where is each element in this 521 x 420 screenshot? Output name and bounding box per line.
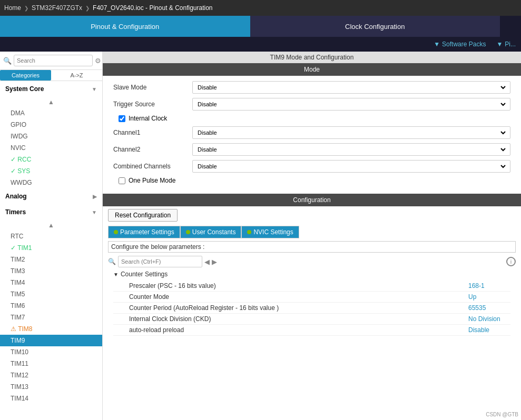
channel1-label: Channel1 [113,129,192,136]
category-timers[interactable]: Timers ▼ [0,204,102,220]
channel2-dropdown[interactable]: Disable [195,146,507,153]
config-section-title: Configuration [103,194,521,206]
slave-mode-dropdown[interactable]: Disable [195,84,507,91]
sidebar-item-tim4[interactable]: TIM4 [0,277,102,288]
counter-settings-header[interactable]: ▼ Counter Settings [113,271,510,278]
category-analog-label: Analog [5,193,27,200]
channel2-select[interactable]: Disable [192,143,510,156]
counter-param-value-4[interactable]: Disable [468,326,510,334]
channel1-select[interactable]: Disable [192,126,510,139]
tab-dot-nvic [247,230,251,234]
counter-param-label-4: auto-reload preload [129,326,468,334]
sidebar-item-tim3[interactable]: TIM3 [0,265,102,277]
counter-chevron-icon: ▼ [113,272,119,277]
slave-mode-label: Slave Mode [113,84,192,91]
sidebar: 🔍 ⚙ Categories A->Z System Core ▼ ▲ DMA … [0,52,103,420]
internal-clock-label: Internal Clock [129,115,167,122]
sidebar-item-tim10[interactable]: TIM10 [0,346,102,358]
tab-parameter-settings[interactable]: Parameter Settings [108,226,180,238]
counter-param-value-0[interactable]: 168-1 [468,282,510,289]
params-label: Configure the below parameters : [108,241,516,253]
channel1-row: Channel1 Disable [113,126,510,139]
tab-dot-user [186,230,190,234]
sidebar-item-nvic[interactable]: NVIC [0,142,102,154]
sidebar-item-tim1[interactable]: TIM1 [0,242,102,254]
sidebar-item-rtc[interactable]: RTC [0,231,102,242]
nav-next-icon[interactable]: ▶ [212,258,217,266]
channel2-label: Channel2 [113,146,192,153]
tab-nvic-settings[interactable]: NVIC Settings [241,226,299,238]
content-area: TIM9 Mode and Configuration Mode Slave M… [103,52,521,420]
channel1-dropdown[interactable]: Disable [195,129,507,136]
main-layout: 🔍 ⚙ Categories A->Z System Core ▼ ▲ DMA … [0,52,521,420]
tab-user-label: User Constants [192,228,236,236]
gear-icon[interactable]: ⚙ [95,57,101,65]
counter-param-label-1: Counter Mode [129,293,468,301]
config-tabs: Parameter Settings User Constants NVIC S… [108,226,516,238]
trigger-source-dropdown[interactable]: Disable [195,101,507,108]
sidebar-item-tim12[interactable]: TIM12 [0,369,102,381]
counter-param-label-0: Prescaler (PSC - 16 bits value) [129,282,468,289]
combined-channels-dropdown[interactable]: Disable [195,163,507,170]
category-system-core[interactable]: System Core ▼ [0,81,102,97]
sw-bar: ▼ Software Packs ▼ Pi... [0,37,521,52]
counter-param-value-1[interactable]: Up [468,293,510,301]
sidebar-item-tim2[interactable]: TIM2 [0,254,102,265]
param-search-row: 🔍 ◀ ▶ i [108,256,516,267]
category-analog[interactable]: Analog ▶ [0,188,102,204]
sidebar-item-sys[interactable]: SYS [0,165,102,177]
breadcrumb-file[interactable]: F407_OV2640.ioc - Pinout & Configuration [82,4,212,12]
sidebar-item-tim11[interactable]: TIM11 [0,358,102,369]
internal-clock-checkbox[interactable] [119,115,125,122]
sidebar-item-tim5[interactable]: TIM5 [0,288,102,300]
param-search-input[interactable] [118,256,202,267]
slave-mode-select[interactable]: Disable [192,81,510,94]
tab-clock[interactable]: Clock Configuration [250,16,500,37]
sidebar-item-tim9[interactable]: TIM9 [0,335,102,346]
breadcrumb-home[interactable]: Home [4,4,21,12]
counter-param-row-2: Counter Period (AutoReload Register - 16… [113,303,510,314]
sidebar-item-rcc[interactable]: RCC [0,154,102,165]
info-icon[interactable]: i [506,257,516,266]
chevron-right-icon: ▶ [93,194,97,199]
nav-prev-icon[interactable]: ◀ [204,258,210,266]
tab-user-constants[interactable]: User Constants [180,226,242,238]
scroll-up-timers[interactable]: ▲ [0,220,102,231]
sw-pi-btn[interactable]: ▼ Pi... [496,41,516,48]
counter-param-row-4: auto-reload preload Disable [113,325,510,336]
tab-pinout[interactable]: Pinout & Configuration [0,16,250,37]
tab-nvic-label: NVIC Settings [253,228,293,236]
scroll-up-system[interactable]: ▲ [0,97,102,107]
filter-tab-az[interactable]: A->Z [51,70,102,81]
counter-param-row-1: Counter Mode Up [113,292,510,303]
chevron-down-icon: ▼ [92,86,97,92]
filter-tab-categories[interactable]: Categories [0,70,51,81]
trigger-source-select[interactable]: Disable [192,98,510,111]
sidebar-item-tim7[interactable]: TIM7 [0,312,102,323]
reset-config-button[interactable]: Reset Configuration [108,209,178,222]
sidebar-item-gpio[interactable]: GPIO [0,119,102,131]
sidebar-item-wwdg[interactable]: WWDG [0,177,102,188]
search-input[interactable] [14,55,93,66]
combined-channels-select[interactable]: Disable [192,160,510,173]
combined-channels-label: Combined Channels [113,163,192,170]
one-pulse-label: One Pulse Mode [129,177,175,184]
sidebar-item-tim8[interactable]: TIM8 [0,323,102,335]
counter-param-value-2[interactable]: 65535 [468,304,510,312]
combined-channels-row: Combined Channels Disable [113,160,510,173]
trigger-source-row: Trigger Source Disable [113,98,510,111]
internal-clock-row: Internal Clock [113,115,510,122]
sidebar-item-iwdg[interactable]: IWDG [0,131,102,142]
breadcrumb-device[interactable]: STM32F407ZGTx [21,4,82,12]
counter-param-value-3[interactable]: No Division [468,315,510,323]
channel2-row: Channel2 Disable [113,143,510,156]
one-pulse-checkbox[interactable] [119,177,125,184]
mode-section: Slave Mode Disable Trigger Source Disabl… [103,76,521,194]
sidebar-item-tim13[interactable]: TIM13 [0,381,102,393]
sidebar-item-tim14[interactable]: TIM14 [0,393,102,404]
sw-packs-btn[interactable]: ▼ Software Packs [434,41,486,48]
sidebar-item-dma[interactable]: DMA [0,107,102,119]
content-title: TIM9 Mode and Configuration [103,52,521,63]
category-timers-label: Timers [5,208,26,216]
sidebar-item-tim6[interactable]: TIM6 [0,300,102,312]
